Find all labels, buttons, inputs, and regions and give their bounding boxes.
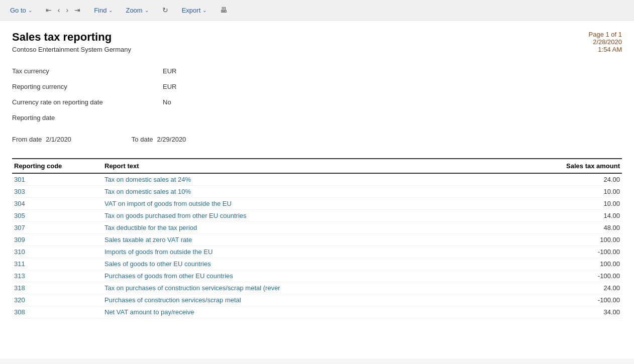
reporting-currency-value: EUR [163, 83, 176, 90]
row-code: 305 [12, 210, 102, 222]
find-button[interactable]: Find ⌄ [92, 6, 115, 15]
table-row: 304VAT on import of goods from outside t… [12, 198, 622, 210]
export-button[interactable]: Export ⌄ [180, 6, 209, 15]
report-title: Sales tax reporting [12, 31, 131, 44]
row-amount: -100.00 [542, 270, 622, 282]
row-code: 304 [12, 198, 102, 210]
row-amount: 48.00 [542, 222, 622, 234]
report-meta: Page 1 of 1 2/28/2020 1:54 AM [589, 31, 622, 53]
export-group: Export ⌄ [180, 6, 209, 15]
currency-rate-value: No [163, 98, 171, 106]
goto-button[interactable]: Go to ⌄ [8, 6, 34, 15]
table-row: 310Imports of goods from outside the EU-… [12, 246, 622, 258]
to-date-item: To date 2/29/2020 [132, 136, 186, 143]
report-container: Sales tax reporting Contoso Entertainmen… [0, 21, 634, 358]
reporting-currency-label: Reporting currency [12, 83, 163, 90]
refresh-button[interactable]: ↻ [160, 5, 171, 15]
toolbar: Go to ⌄ ⇤ ‹ › ⇥ Find ⌄ Zoom ⌄ ↻ Export ⌄… [0, 0, 634, 21]
table-row: 301Tax on domestic sales at 24%24.00 [12, 173, 622, 186]
table-row: 309Sales taxable at zero VAT rate100.00 [12, 234, 622, 246]
row-amount: 24.00 [542, 282, 622, 294]
goto-label: Go to [10, 7, 26, 14]
tax-currency-value: EUR [163, 67, 176, 75]
row-text: Purchases of goods from other EU countri… [102, 270, 542, 282]
report-company: Contoso Entertainment System Germany [12, 46, 131, 53]
table-row: 318Tax on purchases of construction serv… [12, 282, 622, 294]
col-header-text: Report text [102, 159, 542, 173]
zoom-chevron-icon: ⌄ [145, 8, 149, 13]
row-code: 307 [12, 222, 102, 234]
table-row: 308Net VAT amount to pay/receive34.00 [12, 306, 622, 318]
row-code: 313 [12, 270, 102, 282]
row-amount: -100.00 [542, 246, 622, 258]
row-code: 303 [12, 186, 102, 198]
row-amount: 100.00 [542, 234, 622, 246]
page-info: Page 1 of 1 [589, 31, 622, 38]
last-page-button[interactable]: ⇥ [72, 5, 83, 15]
row-text: Sales taxable at zero VAT rate [102, 234, 542, 246]
date-range-row: From date 2/1/2020 To date 2/29/2020 [12, 131, 622, 148]
row-code: 311 [12, 258, 102, 270]
table-row: 305Tax on goods purchased from other EU … [12, 210, 622, 222]
next-page-button[interactable]: › [63, 5, 71, 15]
row-text: Tax on domestic sales at 24% [102, 173, 542, 186]
find-group: Find ⌄ [92, 6, 115, 15]
first-page-button[interactable]: ⇤ [43, 5, 54, 15]
table-row: 313Purchases of goods from other EU coun… [12, 270, 622, 282]
table-row: 307Tax deductible for the tax period48.0… [12, 222, 622, 234]
table-row: 311Sales of goods to other EU countries1… [12, 258, 622, 270]
row-code: 309 [12, 234, 102, 246]
row-amount: 10.00 [542, 186, 622, 198]
report-header: Sales tax reporting Contoso Entertainmen… [12, 31, 622, 53]
export-chevron-icon: ⌄ [202, 8, 206, 13]
row-amount: 24.00 [542, 173, 622, 186]
to-date-value: 2/29/2020 [157, 136, 186, 143]
row-text: Purchases of construction services/scrap… [102, 294, 542, 306]
find-chevron-icon: ⌄ [109, 8, 113, 13]
zoom-label: Zoom [126, 7, 142, 14]
print-button[interactable]: 🖶 [218, 5, 230, 15]
find-label: Find [94, 7, 107, 14]
report-time: 1:54 AM [589, 46, 622, 53]
row-code: 320 [12, 294, 102, 306]
info-row-currency-rate: Currency rate on reporting date No [12, 94, 622, 110]
prev-page-button[interactable]: ‹ [55, 5, 63, 15]
report-title-section: Sales tax reporting Contoso Entertainmen… [12, 31, 131, 53]
goto-chevron-icon: ⌄ [28, 8, 32, 13]
info-table: Tax currency EUR Reporting currency EUR … [12, 63, 622, 126]
info-row-reporting-currency: Reporting currency EUR [12, 79, 622, 94]
row-text: Tax on purchases of construction service… [102, 282, 542, 294]
row-code: 318 [12, 282, 102, 294]
to-date-label: To date [132, 136, 153, 143]
sales-tax-table: Reporting code Report text Sales tax amo… [12, 158, 622, 318]
row-amount: 34.00 [542, 306, 622, 318]
row-text: Tax deductible for the tax period [102, 222, 542, 234]
info-row-tax-currency: Tax currency EUR [12, 63, 622, 79]
row-amount: 14.00 [542, 210, 622, 222]
row-amount: -100.00 [542, 294, 622, 306]
row-amount: 100.00 [542, 258, 622, 270]
table-row: 320Purchases of construction services/sc… [12, 294, 622, 306]
info-row-reporting-date: Reporting date [12, 110, 622, 126]
zoom-group: Zoom ⌄ [124, 6, 150, 15]
row-text: Tax on goods purchased from other EU cou… [102, 210, 542, 222]
nav-arrows-group: ⇤ ‹ › ⇥ [43, 5, 83, 15]
row-text: VAT on import of goods from outside the … [102, 198, 542, 210]
row-text: Tax on domestic sales at 10% [102, 186, 542, 198]
row-text: Imports of goods from outside the EU [102, 246, 542, 258]
from-date-item: From date 2/1/2020 [12, 136, 71, 143]
goto-group: Go to ⌄ [8, 6, 34, 15]
row-code: 301 [12, 173, 102, 186]
zoom-button[interactable]: Zoom ⌄ [124, 6, 150, 15]
row-code: 308 [12, 306, 102, 318]
row-code: 310 [12, 246, 102, 258]
from-date-label: From date [12, 136, 42, 143]
export-label: Export [182, 7, 201, 14]
table-header-row: Reporting code Report text Sales tax amo… [12, 159, 622, 173]
row-text: Net VAT amount to pay/receive [102, 306, 542, 318]
from-date-value: 2/1/2020 [46, 136, 71, 143]
col-header-amount: Sales tax amount [542, 159, 622, 173]
row-amount: 10.00 [542, 198, 622, 210]
tax-currency-label: Tax currency [12, 67, 163, 75]
currency-rate-label: Currency rate on reporting date [12, 98, 163, 106]
